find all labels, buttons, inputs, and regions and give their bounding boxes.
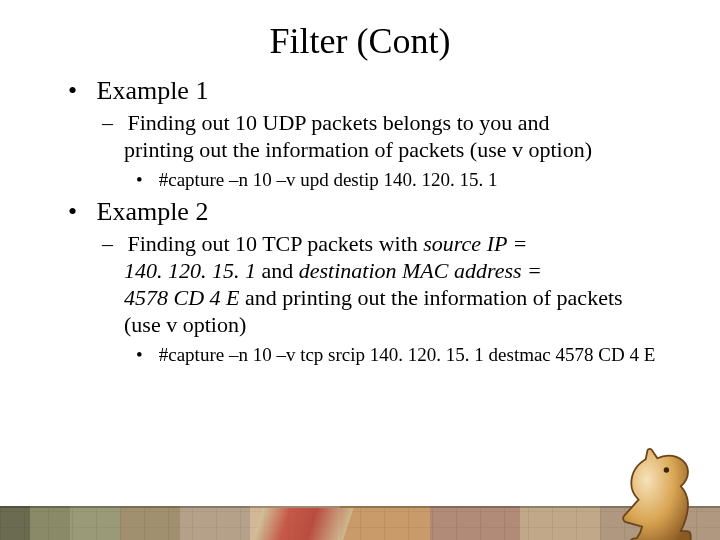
example-2-desc-prefix: Finding out 10 TCP packets with [128, 231, 424, 256]
footer-red-band [247, 508, 354, 540]
example-1-desc-line1: Finding out 10 UDP packets belongs to yo… [128, 110, 550, 135]
example-1-desc: Finding out 10 UDP packets belongs to yo… [104, 110, 670, 191]
chess-knight-icon [616, 442, 706, 540]
bullet-list: Example 1 Finding out 10 UDP packets bel… [70, 76, 670, 366]
example-2-desc: Finding out 10 TCP packets with source I… [104, 231, 670, 366]
footer-map-strip [0, 506, 720, 540]
example-1-command: #capture –n 10 –v upd destip 140. 120. 1… [138, 168, 670, 192]
example-2-desc-option: (use v option) [104, 312, 670, 339]
svg-point-0 [664, 467, 669, 472]
example-1-command-text: #capture –n 10 –v upd destip 140. 120. 1… [159, 169, 498, 190]
slide-body: Example 1 Finding out 10 UDP packets bel… [0, 76, 720, 366]
example-2-item: Example 2 Finding out 10 TCP packets wit… [70, 197, 670, 366]
example-2-command: #capture –n 10 –v tcp srcip 140. 120. 15… [138, 343, 670, 367]
example-1-item: Example 1 Finding out 10 UDP packets bel… [70, 76, 670, 191]
slide-title: Filter (Cont) [0, 20, 720, 62]
example-2-label: Example 2 [97, 197, 209, 226]
slide: Filter (Cont) Example 1 Finding out 10 U… [0, 20, 720, 540]
example-2-source-ip-label: source IP = [423, 231, 527, 256]
example-2-desc-tail: and printing out the information of pack… [240, 285, 623, 310]
example-2-and: and [256, 258, 299, 283]
example-1-label: Example 1 [97, 76, 209, 105]
example-2-destmac-value: 4578 CD 4 E [124, 285, 240, 310]
example-2-destmac-label: destination MAC address = [299, 258, 542, 283]
example-1-desc-line2: printing out the information of packets … [104, 137, 670, 164]
example-2-source-ip-value: 140. 120. 15. 1 [124, 258, 256, 283]
example-2-command-text: #capture –n 10 –v tcp srcip 140. 120. 15… [159, 344, 656, 365]
